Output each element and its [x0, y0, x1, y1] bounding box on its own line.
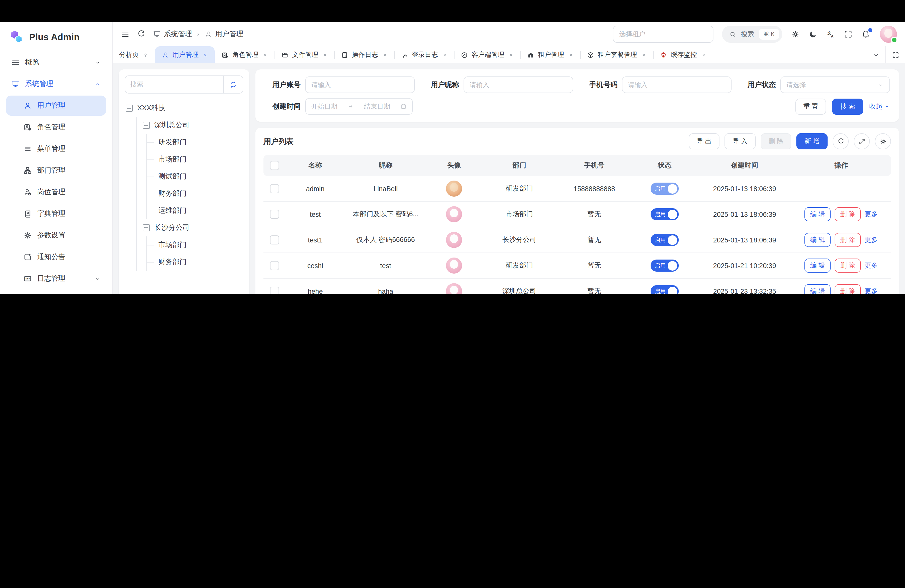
tab-user-management[interactable]: 用户管理 — [155, 46, 215, 64]
reset-button[interactable]: 重 置 — [795, 99, 826, 114]
close-icon[interactable] — [508, 52, 514, 57]
sidebar-item-logs[interactable]: 日志管理 — [6, 269, 106, 289]
status-toggle[interactable]: 启用 — [651, 208, 679, 220]
close-icon[interactable] — [322, 52, 328, 57]
tab-tenant-package[interactable]: 租户套餐管理 — [580, 46, 653, 64]
status-toggle[interactable]: 启用 — [651, 234, 679, 246]
edit-button[interactable]: 编 辑 — [805, 259, 830, 273]
tree-node-dept[interactable]: 研发部门 — [147, 134, 242, 151]
language-translate-icon[interactable] — [826, 30, 835, 39]
tree-collapse-box[interactable] — [143, 122, 150, 129]
import-button[interactable]: 导 入 — [724, 133, 756, 149]
tenant-select-input[interactable]: 选择租户 — [613, 25, 713, 43]
dark-mode-moon-icon[interactable] — [808, 30, 818, 39]
tree-node-dept[interactable]: 财务部门 — [147, 185, 242, 202]
status-select[interactable]: 请选择 — [780, 76, 890, 93]
tab-file-management[interactable]: 文件管理 — [275, 46, 334, 64]
close-icon[interactable] — [382, 52, 387, 57]
delete-row-button[interactable]: 删 除 — [835, 207, 861, 221]
close-icon[interactable] — [568, 52, 574, 57]
table-settings-button[interactable] — [875, 133, 891, 149]
tree-node-dept[interactable]: 市场部门 — [147, 237, 242, 254]
sidebar-item-users[interactable]: 用户管理 — [6, 95, 106, 116]
status-toggle[interactable]: 启用 — [651, 259, 679, 272]
tree-node-dept[interactable]: 市场部门 — [147, 151, 242, 168]
more-button[interactable]: 更多 — [865, 210, 878, 219]
date-range-input[interactable]: 开始日期 结束日期 — [305, 98, 413, 115]
tab-role-management[interactable]: 角色管理 — [215, 46, 275, 64]
select-all-checkbox[interactable] — [270, 161, 279, 170]
global-search-button[interactable]: 搜索 ⌘ K — [722, 25, 782, 43]
nickname-input[interactable]: 请输入 — [464, 76, 573, 93]
export-button[interactable]: 导 出 — [689, 133, 719, 149]
delete-button[interactable]: 删 除 — [761, 133, 792, 149]
table-fullscreen-button[interactable] — [854, 133, 870, 149]
status-toggle[interactable]: 启用 — [651, 285, 679, 294]
phone-input[interactable]: 请输入 — [622, 76, 732, 93]
row-checkbox[interactable] — [270, 210, 279, 219]
tree-node-dept[interactable]: 测试部门 — [147, 168, 242, 185]
add-button[interactable]: 新 增 — [797, 133, 827, 149]
sidebar-item-files[interactable]: 文件管理 — [6, 290, 106, 294]
close-icon[interactable] — [262, 52, 268, 57]
tree-node-dept[interactable]: 财务部门 — [147, 254, 242, 271]
row-checkbox[interactable] — [270, 261, 279, 270]
refresh-page-icon[interactable] — [137, 30, 146, 39]
tab-login-log[interactable]: 登录日志 — [394, 46, 454, 64]
tree-refresh-button[interactable] — [223, 76, 243, 93]
search-button[interactable]: 搜 索 — [832, 99, 863, 114]
edit-button[interactable]: 编 辑 — [805, 233, 830, 247]
sidebar-item-dictionary[interactable]: 字典管理 — [6, 204, 106, 224]
more-button[interactable]: 更多 — [865, 261, 878, 270]
row-checkbox[interactable] — [270, 184, 279, 193]
more-button[interactable]: 更多 — [865, 235, 878, 245]
sidebar-item-menus[interactable]: 菜单管理 — [6, 139, 106, 159]
tab-client-management[interactable]: 客户端管理 — [454, 46, 520, 64]
tabs-dropdown-button[interactable] — [866, 46, 885, 64]
hamburger-menu-icon[interactable] — [121, 30, 130, 39]
delete-row-button[interactable]: 删 除 — [835, 233, 861, 247]
tab-analysis[interactable]: 分析页 — [113, 46, 155, 64]
tree-node-company[interactable]: 长沙分公司 — [137, 219, 242, 237]
tab-tenant-management[interactable]: 租户管理 — [520, 46, 580, 64]
close-icon[interactable] — [641, 52, 646, 57]
more-button[interactable]: 更多 — [865, 287, 878, 294]
tab-operation-log[interactable]: 操作日志 — [334, 46, 394, 64]
row-checkbox[interactable] — [270, 287, 279, 294]
fullscreen-icon[interactable] — [844, 30, 853, 39]
pin-icon[interactable] — [143, 52, 148, 57]
sidebar: Plus Admin 概览 系统管理 用户管理 — [0, 22, 113, 294]
tree-node-company[interactable]: 深圳总公司 — [137, 117, 242, 134]
account-input[interactable]: 请输入 — [305, 76, 415, 93]
col-avatar: 头像 — [426, 155, 482, 176]
status-toggle[interactable]: 启用 — [651, 183, 679, 195]
sidebar-item-overview[interactable]: 概览 — [6, 52, 106, 72]
row-checkbox[interactable] — [270, 235, 279, 245]
tree-node-dept[interactable]: 运维部门 — [147, 202, 242, 219]
close-icon[interactable] — [442, 52, 448, 57]
tree-collapse-box[interactable] — [126, 105, 133, 112]
delete-row-button[interactable]: 删 除 — [835, 259, 861, 273]
tree-node-root[interactable]: XXX科技 — [126, 100, 242, 117]
content-fullscreen-button[interactable] — [885, 46, 905, 64]
edit-button[interactable]: 编 辑 — [805, 284, 830, 294]
tree-collapse-box[interactable] — [143, 224, 150, 231]
sidebar-item-parameters[interactable]: 参数设置 — [6, 225, 106, 245]
user-avatar[interactable] — [880, 25, 897, 43]
tree-search-input[interactable]: 搜索 — [125, 76, 223, 93]
sidebar-item-system[interactable]: 系统管理 — [6, 74, 106, 94]
sidebar-item-roles[interactable]: 角色管理 — [6, 117, 106, 137]
tab-cache-monitor[interactable]: 缓存监控 — [653, 46, 713, 64]
notifications-bell-icon[interactable] — [861, 29, 871, 39]
sidebar-item-posts[interactable]: 岗位管理 — [6, 182, 106, 202]
collapse-filters-link[interactable]: 收起 — [869, 102, 890, 111]
table-refresh-button[interactable] — [833, 133, 849, 149]
sidebar-item-notices[interactable]: 通知公告 — [6, 247, 106, 267]
breadcrumb-level1[interactable]: 系统管理 — [164, 30, 192, 39]
settings-gear-icon[interactable] — [791, 30, 800, 39]
edit-button[interactable]: 编 辑 — [805, 207, 830, 221]
sidebar-item-departments[interactable]: 部门管理 — [6, 161, 106, 181]
close-icon[interactable] — [701, 52, 707, 57]
delete-row-button[interactable]: 删 除 — [835, 284, 861, 294]
close-icon[interactable] — [203, 52, 208, 57]
